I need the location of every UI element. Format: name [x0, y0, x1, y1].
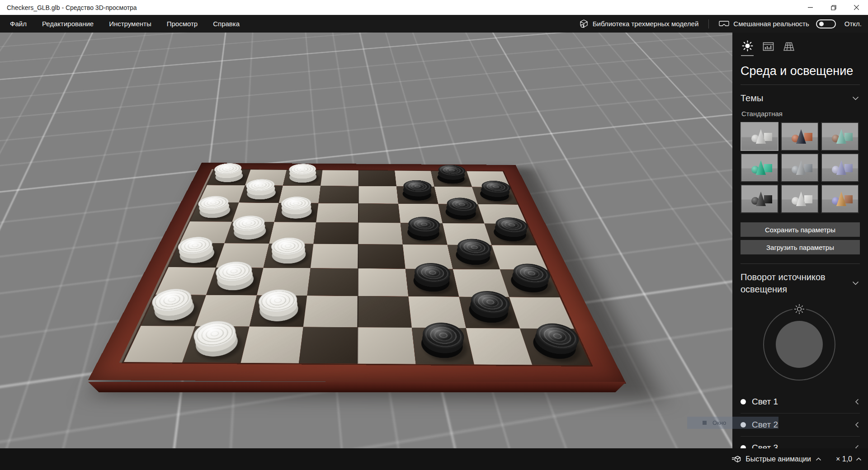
window-title: Checkers_GLB.glb - Средство 3D-просмотра [0, 4, 137, 11]
board-square [357, 327, 415, 364]
mixed-reality-label: Смешанная реальность [733, 20, 809, 28]
menu-item-1[interactable]: Файл [2, 15, 34, 33]
white-checker-piece[interactable] [215, 271, 256, 291]
tooltip-text: Окно [712, 419, 726, 426]
menu-item-3[interactable]: Инструменты [101, 15, 159, 33]
stats-icon [763, 41, 774, 52]
save-parameters-button[interactable]: Сохранить параметры [741, 222, 860, 237]
black-checker-piece[interactable] [454, 248, 492, 266]
black-checker-piece[interactable] [402, 189, 432, 202]
panel-title: Среда и освещение [732, 56, 868, 85]
theme-shape [764, 133, 772, 141]
white-checker-piece[interactable] [258, 300, 299, 322]
board-square [311, 244, 358, 268]
theme-shape [844, 133, 853, 141]
mixed-reality-state: Откл. [842, 20, 868, 28]
menu-item-5[interactable]: Справка [205, 15, 247, 33]
dial-knob[interactable] [776, 321, 823, 368]
black-checker-piece[interactable] [444, 207, 478, 221]
menubar-divider [708, 19, 709, 28]
theme-tile-standard[interactable] [741, 122, 778, 151]
white-checker-piece[interactable] [281, 206, 313, 220]
light-rotation-dial[interactable] [760, 304, 841, 381]
environment-panel: Среда и освещение Темы Стандартная Сохра… [732, 33, 868, 448]
light-row-1[interactable]: Свет 1 [732, 390, 868, 413]
white-checker-piece[interactable] [232, 225, 268, 240]
board-square [319, 186, 359, 203]
3d-library-icon [579, 19, 589, 28]
theme-shape [844, 164, 853, 172]
black-checker-piece[interactable] [529, 334, 580, 360]
animations-icon [731, 456, 741, 463]
board-square [359, 170, 396, 186]
white-checker-piece[interactable] [192, 331, 240, 357]
theme-tile-teal[interactable] [821, 122, 859, 151]
tab-grid-floor[interactable] [782, 41, 796, 56]
chevron-up-icon [816, 457, 821, 461]
theme-tiles [732, 121, 868, 220]
black-checker-piece[interactable] [412, 273, 451, 292]
black-checker-piece[interactable] [508, 273, 551, 293]
panel-tabs [732, 33, 868, 56]
white-checker-piece[interactable] [177, 246, 217, 264]
theme-tile-orange[interactable] [781, 122, 819, 151]
black-checker-piece[interactable] [467, 301, 511, 324]
menu-item-2[interactable]: Редактирование [34, 15, 101, 33]
board-square [358, 223, 403, 244]
black-checker-piece[interactable] [420, 333, 465, 359]
minimize-button[interactable] [799, 0, 822, 15]
light-rotation-label: Поворот источников освещения [741, 271, 838, 296]
mixed-reality-toggle[interactable] [816, 19, 836, 28]
mixed-reality-button[interactable]: Смешанная реальность [712, 20, 810, 28]
board-square [303, 296, 358, 327]
theme-tile-lavender[interactable] [821, 153, 859, 182]
bottom-bar: Быстрые анимации × 1,0 [0, 448, 868, 470]
white-checker-piece[interactable] [213, 172, 245, 183]
board-square [299, 327, 358, 364]
white-checker-piece[interactable] [288, 172, 317, 183]
chevron-up-icon [856, 457, 862, 461]
restore-icon [831, 5, 836, 10]
board-near-edge [88, 382, 626, 392]
board-square [241, 327, 303, 363]
board-square [358, 203, 400, 223]
window-tooltip: Окно [687, 417, 778, 429]
close-button[interactable] [845, 0, 868, 15]
light-rotation-section-header[interactable]: Поворот источников освещения [732, 264, 868, 299]
black-checker-piece[interactable] [436, 173, 466, 184]
model-library-button[interactable]: Библиотека трехмерных моделей [573, 15, 705, 33]
active-tab-indicator [741, 55, 754, 56]
theme-tile-colorful[interactable] [821, 184, 859, 213]
black-checker-piece[interactable] [406, 226, 440, 242]
black-checker-piece[interactable] [478, 189, 511, 202]
close-icon [854, 5, 859, 10]
white-checker-piece[interactable] [151, 299, 198, 321]
sun-icon [741, 40, 754, 52]
white-checker-piece[interactable] [245, 188, 277, 200]
themes-section-header[interactable]: Темы [732, 85, 868, 108]
theme-shape [844, 195, 853, 203]
black-checker-piece[interactable] [491, 226, 528, 242]
3d-viewport[interactable] [0, 33, 732, 448]
chevron-left-icon [855, 399, 859, 405]
menu-item-4[interactable]: Просмотр [159, 15, 206, 33]
theme-tile-white[interactable] [781, 184, 819, 213]
theme-tile-green[interactable] [741, 153, 778, 182]
tab-stats[interactable] [761, 41, 775, 56]
animation-speed-button[interactable]: × 1,0 [836, 455, 868, 463]
load-parameters-button[interactable]: Загрузить параметры [741, 240, 860, 254]
chevron-left-icon [855, 422, 859, 428]
quick-animations-label: Быстрые анимации [745, 455, 811, 463]
theme-tile-black[interactable] [741, 184, 778, 213]
tab-environment-lighting[interactable] [741, 40, 754, 56]
board-squares [124, 169, 591, 366]
quick-animations-button[interactable]: Быстрые анимации [731, 455, 826, 463]
theme-tile-muted[interactable] [781, 153, 819, 182]
theme-shape [804, 133, 812, 141]
theme-shape [764, 195, 772, 203]
restore-button[interactable] [822, 0, 845, 15]
white-checker-piece[interactable] [271, 247, 307, 264]
light-color-dot[interactable] [741, 399, 746, 404]
white-checker-piece[interactable] [197, 205, 232, 219]
chevron-down-icon [852, 96, 859, 101]
